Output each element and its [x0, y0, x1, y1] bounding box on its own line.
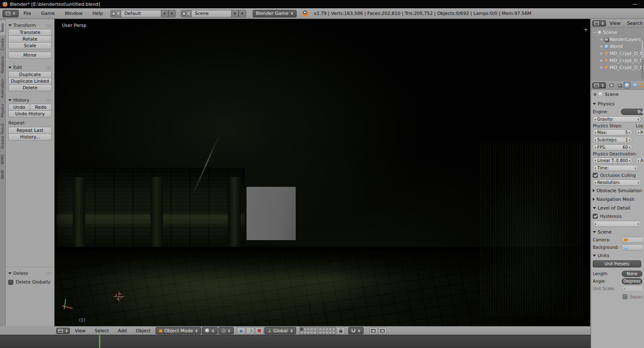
unit-presets-button[interactable]: Unit Presets	[593, 260, 641, 267]
expand-tree-icon[interactable]	[599, 45, 603, 48]
fps-field[interactable]: FPS: 60	[593, 144, 632, 150]
shading-select[interactable]	[202, 327, 218, 334]
background-field[interactable]	[622, 244, 643, 250]
scene-add-button[interactable]: +	[231, 10, 239, 17]
scene-browse-button[interactable]	[181, 10, 192, 17]
tab-render-layers[interactable]	[616, 82, 622, 88]
manipulator-rotate-toggle[interactable]	[246, 327, 254, 334]
snap-select[interactable]	[348, 327, 364, 334]
timeline-region[interactable]	[0, 335, 591, 348]
opengl-render-anim-button[interactable]	[378, 327, 387, 334]
scene-delete-button[interactable]: ×	[239, 10, 246, 17]
shelf-tab-physics[interactable]: Physics	[0, 101, 5, 120]
repeat-last-button[interactable]: Repeat Last	[8, 127, 52, 134]
scene-panel-header[interactable]: Scene	[593, 228, 643, 236]
shelf-tab-wmo[interactable]: WMO	[0, 152, 5, 167]
layout-browse-button[interactable]	[110, 10, 121, 17]
separate-units-checkbox[interactable]	[622, 294, 627, 299]
expand-tree-icon[interactable]	[599, 52, 603, 55]
tab-scene[interactable]	[624, 82, 630, 88]
panel-grip-icon[interactable]	[46, 99, 52, 102]
logic-steps-max-field[interactable]: Max:	[636, 129, 643, 136]
layout-name-field[interactable]: Default	[121, 10, 161, 17]
outliner-row-world[interactable]: World	[591, 43, 644, 50]
scene-cube-object[interactable]	[247, 187, 296, 240]
redo-button[interactable]: Redo	[30, 104, 52, 111]
panel-grip-icon[interactable]	[46, 24, 52, 27]
deactivation-time-field[interactable]: Time:	[593, 165, 638, 171]
substeps-field[interactable]: Substeps: 1	[593, 137, 632, 143]
shelf-tab-tools[interactable]: Tools	[0, 20, 5, 35]
expand-tree-icon[interactable]	[599, 66, 603, 69]
outliner-menu-search[interactable]: Search	[624, 21, 644, 26]
delete-panel-header[interactable]: Delete	[8, 270, 52, 277]
layer-grid-left[interactable]	[299, 327, 317, 335]
rotate-button[interactable]: Rotate	[8, 36, 52, 43]
menu-game[interactable]: Game	[36, 11, 60, 16]
angular-threshold-field[interactable]: Angular	[636, 157, 643, 164]
shelf-tab-relations[interactable]: Relations	[0, 53, 5, 76]
scene-name-field[interactable]: Scene	[192, 10, 231, 17]
shelf-tab-wow[interactable]: WoW	[0, 167, 5, 182]
lock-to-scene-toggle[interactable]	[337, 327, 345, 334]
tab-world[interactable]	[632, 82, 638, 88]
outliner-row-object[interactable]: MD_Crypt_D_Fog	[591, 64, 644, 71]
collapse-tree-icon[interactable]	[593, 31, 596, 34]
units-panel-header[interactable]: Units	[593, 252, 643, 259]
panel-grip-icon[interactable]	[46, 272, 52, 275]
opengl-render-button[interactable]	[369, 327, 378, 334]
obstacle-simulation-panel-header[interactable]: Obstacle Simulation	[593, 187, 643, 194]
length-select[interactable]: None	[622, 271, 642, 277]
delete-button[interactable]: Delete	[8, 84, 52, 91]
3d-cursor[interactable]	[115, 293, 122, 300]
history-menu-button[interactable]: History...	[8, 133, 52, 141]
tab-object[interactable]	[639, 82, 644, 88]
history-panel-header[interactable]: History	[8, 97, 52, 104]
menu-view[interactable]: View	[71, 328, 90, 334]
physics-engine-select[interactable]: Bullet	[621, 109, 643, 115]
manipulator-translate-toggle[interactable]	[237, 327, 245, 334]
shelf-tab-animation[interactable]: Animation	[0, 76, 5, 101]
occlusion-resolution-field[interactable]: Resolution:	[593, 179, 641, 186]
panel-grip-icon[interactable]	[46, 66, 52, 69]
pivot-select[interactable]	[218, 327, 234, 334]
level-of-detail-panel-header[interactable]: Level of Detail	[593, 204, 643, 212]
camera-field[interactable]	[622, 237, 643, 243]
occlusion-culling-checkbox[interactable]	[593, 173, 598, 178]
timeline-playhead[interactable]	[99, 335, 100, 348]
outliner-scrollbar[interactable]	[642, 39, 643, 79]
outliner-editor-type-select[interactable]	[592, 20, 606, 26]
translate-button[interactable]: Translate	[8, 29, 52, 36]
outliner-menu-view[interactable]: View	[607, 21, 623, 26]
edit-panel-header[interactable]: Edit	[8, 64, 52, 71]
transform-panel-header[interactable]: Transform	[8, 22, 52, 29]
layout-delete-button[interactable]: ×	[168, 10, 176, 17]
menu-object[interactable]: Object	[132, 328, 155, 334]
outliner-row-object[interactable]: MD_Crypt_D_Fog	[591, 50, 644, 57]
tab-render[interactable]	[608, 82, 615, 88]
duplicate-linked-button[interactable]: Duplicate Linked	[8, 78, 52, 85]
hysteresis-checkbox[interactable]	[593, 214, 598, 219]
layout-add-button[interactable]: +	[161, 10, 168, 17]
physics-steps-max-field[interactable]: Max: 5	[593, 129, 632, 136]
layer-grid-right[interactable]	[318, 327, 336, 335]
angle-select[interactable]: Degrees	[622, 278, 642, 284]
lod-hysteresis-slider[interactable]	[593, 221, 641, 227]
mode-select[interactable]: Object Mode	[156, 327, 201, 334]
menu-file[interactable]: File	[19, 11, 36, 16]
physics-panel-header[interactable]: Physics	[593, 100, 643, 107]
manipulator-scale-toggle[interactable]	[255, 327, 263, 334]
scale-button[interactable]: Scale	[8, 42, 52, 49]
menu-select[interactable]: Select	[91, 328, 113, 334]
viewport-3d[interactable]: User Persp (1) +	[55, 19, 590, 326]
navigation-mesh-panel-header[interactable]: Navigation Mesh	[593, 195, 643, 203]
properties-editor-type-select[interactable]	[592, 82, 606, 88]
outliner-row-scene[interactable]: Scene	[591, 29, 644, 36]
undo-history-button[interactable]: Undo History	[8, 110, 52, 117]
expand-sidebar-button[interactable]: +	[584, 26, 588, 33]
viewport-editor-type-select[interactable]	[56, 328, 70, 334]
mirror-button[interactable]: Mirror	[8, 52, 52, 59]
linear-threshold-field[interactable]: Linear T: 0.800	[593, 157, 632, 164]
menu-window[interactable]: Window	[60, 11, 87, 16]
menu-add[interactable]: Add	[114, 328, 131, 334]
